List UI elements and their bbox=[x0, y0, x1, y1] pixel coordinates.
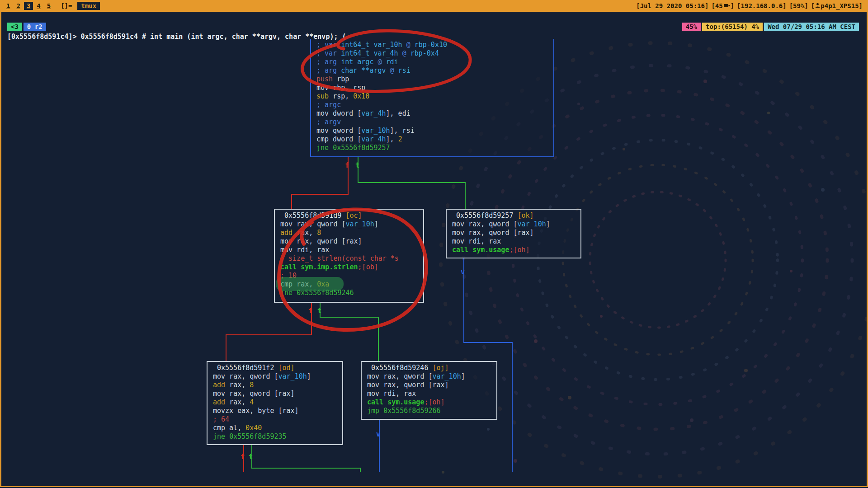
battery-text-close: ] bbox=[731, 2, 734, 9]
terminal-border bbox=[0, 12, 868, 487]
hostname-text: p4p1_XPS15] bbox=[821, 2, 863, 9]
screen: ftftvftv ; var int64_t var_10h @ rbp-0x1… bbox=[0, 0, 868, 488]
block-oc: 0x5556f8d591d9 [oc]mov rax, qword [var_1… bbox=[274, 209, 424, 303]
asm-line: mov rax, qword [var_10h] bbox=[452, 220, 580, 229]
green-highlight-annotation bbox=[276, 277, 344, 291]
status-segment: 0 r2 bbox=[24, 23, 46, 31]
tmux-window-5[interactable]: 5 bbox=[44, 2, 53, 10]
edge-label-f: f bbox=[308, 307, 312, 315]
asm-line: sub rsp, 0x10 bbox=[316, 92, 553, 101]
tmux-status-right: [Jul 29 2020 05:16] [45 ] [192.168.0.6] … bbox=[636, 2, 868, 9]
asm-line: jne 0x5556f8d59235 bbox=[213, 432, 342, 441]
tmux-hostname: [ p4p1_XPS15] bbox=[811, 2, 863, 9]
tmux-clock: [Jul 29 2020 05:16] bbox=[636, 2, 708, 9]
tmux-layout-indicator: []= bbox=[61, 2, 72, 9]
asm-line: ; arg char **argv @ rsi bbox=[316, 66, 553, 75]
status-segment: 45% bbox=[682, 23, 701, 31]
asm-line: ; var int64_t var_4h @ rbp-0x4 bbox=[316, 49, 553, 58]
edge-entry-f bbox=[292, 157, 348, 209]
edge-label-v: v bbox=[461, 268, 465, 276]
asm-line: mov rax, qword [rax] bbox=[280, 237, 423, 246]
block-entry: ; var int64_t var_10h @ rbp-0x10; var in… bbox=[310, 39, 554, 157]
edge-label-f: f bbox=[345, 161, 349, 169]
battery-icon bbox=[723, 2, 730, 9]
asm-line: mov rax, qword [rax] bbox=[367, 381, 496, 389]
asm-line: ; argc bbox=[316, 101, 553, 109]
block-header: 0x5556f8d59257 [ok] bbox=[456, 211, 580, 220]
user-icon bbox=[815, 2, 820, 9]
status-segment: top:(65154) 4% bbox=[702, 23, 763, 31]
asm-line: mov rax, qword [rax] bbox=[213, 389, 342, 398]
r2-status-bar: <30 r2 45%top:(65154) 4%Wed 07/29 05:16 … bbox=[7, 22, 859, 32]
edge-label-v: v bbox=[376, 430, 380, 438]
graph-edges: ftftvftv bbox=[0, 0, 868, 488]
edge-label-t: t bbox=[249, 453, 253, 461]
asm-line: mov rdi, rax bbox=[452, 237, 580, 246]
annotation-layer bbox=[0, 0, 868, 488]
red-circle-annotation-2 bbox=[279, 209, 426, 330]
edge-label-t: t bbox=[355, 161, 359, 169]
tmux-window-1[interactable]: 1 bbox=[4, 2, 13, 10]
block-header: 0x5556f8d591f2 [od] bbox=[217, 364, 342, 372]
tmux-window-2[interactable]: 2 bbox=[14, 2, 23, 10]
r2-command-line: [0x5556f8d591c4]> 0x5556f8d591c4 # int m… bbox=[7, 33, 346, 41]
status-segment: Wed 07/29 05:16 AM CEST bbox=[764, 23, 859, 31]
block-ok: 0x5556f8d59257 [ok]mov rax, qword [var_1… bbox=[446, 209, 581, 258]
asm-line: push rbp bbox=[316, 75, 553, 84]
asm-line: mov rbp, rsp bbox=[316, 84, 553, 92]
edge-entry-t bbox=[358, 157, 465, 209]
tmux-status-bar: 12345 []= tmux [Jul 29 2020 05:16] [45 ]… bbox=[0, 0, 868, 12]
tmux-ip: [192.168.0.6] bbox=[737, 2, 787, 9]
graph-blocks: ; var int64_t var_10h @ rbp-0x10; var in… bbox=[0, 0, 868, 488]
asm-line: ; 10 bbox=[280, 272, 423, 280]
asm-line: add rax, 8 bbox=[213, 381, 342, 389]
status-right: 45%top:(65154) 4%Wed 07/29 05:16 AM CEST bbox=[682, 23, 859, 31]
asm-line: movzx eax, byte [rax] bbox=[213, 407, 342, 415]
asm-line: mov dword [var_4h], edi bbox=[316, 109, 553, 118]
asm-line: call sym.imp.strlen;[ob] bbox=[280, 263, 423, 272]
asm-line: call sym.usage;[oh] bbox=[452, 246, 580, 254]
asm-line: mov rax, qword [rax] bbox=[452, 229, 580, 237]
asm-line: mov rdi, rax bbox=[367, 389, 496, 398]
asm-line: ; var int64_t var_10h @ rbp-0x10 bbox=[316, 41, 553, 49]
edge-ok-v bbox=[464, 258, 512, 472]
battery-text: [45 bbox=[711, 2, 722, 9]
asm-line: mov qword [var_10h], rsi bbox=[316, 127, 553, 135]
asm-line: cmp al, 0x40 bbox=[213, 424, 342, 432]
tmux-volume: [59%] bbox=[789, 2, 808, 9]
asm-line: ; size_t strlen(const char *s bbox=[280, 254, 423, 263]
block-oj: 0x5556f8d59246 [oj]mov rax, qword [var_1… bbox=[361, 361, 497, 420]
edge-oc-t bbox=[320, 303, 378, 361]
asm-line: jne 0x5556f8d59246 bbox=[280, 289, 423, 297]
asm-line: cmp rax, 0xa bbox=[280, 280, 423, 289]
asm-line: ; argv bbox=[316, 118, 553, 127]
tmux-window-list: 12345 bbox=[0, 2, 54, 10]
tmux-battery: [45 ] bbox=[711, 2, 734, 9]
asm-line: add rax, 4 bbox=[213, 398, 342, 407]
block-od: 0x5556f8d591f2 [od]mov rax, qword [var_1… bbox=[207, 361, 343, 445]
asm-line: ; 64 bbox=[213, 415, 342, 424]
asm-line: mov rax, qword [var_10h] bbox=[367, 372, 496, 381]
edge-label-t: t bbox=[317, 307, 321, 315]
status-segment: <3 bbox=[7, 23, 22, 31]
asm-line: mov rdi, rax bbox=[280, 246, 423, 254]
status-left: <30 r2 bbox=[7, 23, 46, 31]
asm-line: jmp 0x5556f8d59266 bbox=[367, 407, 496, 415]
asm-line: add rax, 8 bbox=[280, 229, 423, 237]
block-header: 0x5556f8d59246 [oj] bbox=[371, 364, 496, 372]
edge-label-f: f bbox=[241, 453, 245, 461]
asm-line: mov rax, qword [var_10h] bbox=[280, 220, 423, 229]
block-header: 0x5556f8d591d9 [oc] bbox=[284, 211, 423, 220]
asm-line: cmp dword [var_4h], 2 bbox=[316, 135, 553, 144]
asm-line: ; arg int argc @ rdi bbox=[316, 58, 553, 66]
edge-oc-f bbox=[226, 303, 311, 361]
tmux-session-name: tmux bbox=[77, 2, 100, 10]
tmux-window-3[interactable]: 3 bbox=[24, 2, 33, 10]
asm-line: call sym.usage;[oh] bbox=[367, 398, 496, 407]
tmux-window-4[interactable]: 4 bbox=[34, 2, 43, 10]
asm-line: mov rax, qword [var_10h] bbox=[213, 372, 342, 381]
wallpaper-pattern bbox=[0, 0, 868, 488]
edge-od-t bbox=[252, 445, 360, 472]
hostname-open: [ bbox=[811, 2, 815, 9]
asm-line: jne 0x5556f8d59257 bbox=[316, 144, 553, 152]
